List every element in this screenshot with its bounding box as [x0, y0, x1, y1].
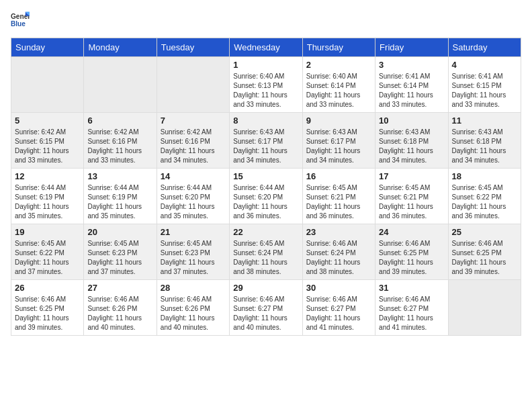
day-info: Sunrise: 6:45 AM Sunset: 6:22 PM Dayligh…	[452, 183, 517, 221]
day-number: 7	[161, 116, 226, 126]
calendar-cell: 19Sunrise: 6:45 AM Sunset: 6:22 PM Dayli…	[11, 224, 84, 280]
day-number: 26	[15, 283, 80, 293]
day-info: Sunrise: 6:41 AM Sunset: 6:14 PM Dayligh…	[379, 72, 444, 109]
calendar-cell: 11Sunrise: 6:43 AM Sunset: 6:18 PM Dayli…	[448, 113, 521, 169]
calendar-cell: 9Sunrise: 6:43 AM Sunset: 6:17 PM Daylig…	[302, 113, 375, 169]
day-number: 16	[306, 171, 371, 181]
day-info: Sunrise: 6:46 AM Sunset: 6:26 PM Dayligh…	[87, 295, 152, 332]
day-number: 10	[379, 116, 444, 126]
calendar-cell	[84, 57, 157, 113]
calendar-cell: 17Sunrise: 6:45 AM Sunset: 6:21 PM Dayli…	[375, 169, 448, 224]
day-info: Sunrise: 6:40 AM Sunset: 6:14 PM Dayligh…	[306, 72, 371, 109]
day-info: Sunrise: 6:42 AM Sunset: 6:16 PM Dayligh…	[161, 128, 226, 165]
calendar-week-row: 19Sunrise: 6:45 AM Sunset: 6:22 PM Dayli…	[11, 224, 521, 280]
calendar-cell: 26Sunrise: 6:46 AM Sunset: 6:25 PM Dayli…	[11, 280, 84, 336]
day-number: 1	[233, 60, 298, 70]
day-of-week-header: Friday	[375, 38, 448, 57]
day-info: Sunrise: 6:46 AM Sunset: 6:25 PM Dayligh…	[379, 239, 444, 277]
calendar-cell	[448, 280, 521, 336]
calendar-week-row: 26Sunrise: 6:46 AM Sunset: 6:25 PM Dayli…	[11, 280, 521, 336]
day-number: 30	[306, 283, 371, 293]
page-header: General Blue	[11, 11, 521, 30]
day-number: 24	[379, 227, 444, 237]
calendar-cell: 21Sunrise: 6:45 AM Sunset: 6:23 PM Dayli…	[157, 224, 229, 280]
day-number: 3	[379, 60, 444, 70]
calendar-cell: 12Sunrise: 6:44 AM Sunset: 6:19 PM Dayli…	[11, 169, 84, 224]
calendar-cell: 14Sunrise: 6:44 AM Sunset: 6:20 PM Dayli…	[157, 169, 229, 224]
day-info: Sunrise: 6:43 AM Sunset: 6:17 PM Dayligh…	[306, 128, 371, 165]
day-info: Sunrise: 6:45 AM Sunset: 6:22 PM Dayligh…	[15, 239, 80, 277]
day-number: 8	[233, 116, 298, 126]
day-info: Sunrise: 6:46 AM Sunset: 6:24 PM Dayligh…	[306, 239, 371, 277]
day-number: 25	[452, 227, 517, 237]
day-number: 15	[233, 171, 298, 181]
day-info: Sunrise: 6:43 AM Sunset: 6:18 PM Dayligh…	[452, 128, 517, 165]
calendar-cell: 29Sunrise: 6:46 AM Sunset: 6:27 PM Dayli…	[230, 280, 302, 336]
day-number: 22	[233, 227, 298, 237]
calendar-cell: 4Sunrise: 6:41 AM Sunset: 6:15 PM Daylig…	[448, 57, 521, 113]
calendar-cell: 20Sunrise: 6:45 AM Sunset: 6:23 PM Dayli…	[84, 224, 157, 280]
day-info: Sunrise: 6:46 AM Sunset: 6:27 PM Dayligh…	[379, 295, 444, 332]
day-info: Sunrise: 6:46 AM Sunset: 6:26 PM Dayligh…	[161, 295, 226, 332]
day-of-week-header: Monday	[84, 38, 157, 57]
calendar-cell: 5Sunrise: 6:42 AM Sunset: 6:15 PM Daylig…	[11, 113, 84, 169]
calendar-cell	[157, 57, 229, 113]
day-number: 12	[15, 171, 80, 181]
calendar-cell: 23Sunrise: 6:46 AM Sunset: 6:24 PM Dayli…	[302, 224, 375, 280]
day-number: 5	[15, 116, 80, 126]
day-info: Sunrise: 6:44 AM Sunset: 6:19 PM Dayligh…	[15, 183, 80, 221]
day-info: Sunrise: 6:42 AM Sunset: 6:16 PM Dayligh…	[87, 128, 152, 165]
day-info: Sunrise: 6:45 AM Sunset: 6:23 PM Dayligh…	[161, 239, 226, 277]
day-info: Sunrise: 6:41 AM Sunset: 6:15 PM Dayligh…	[452, 72, 517, 109]
day-number: 6	[87, 116, 152, 126]
calendar-cell: 3Sunrise: 6:41 AM Sunset: 6:14 PM Daylig…	[375, 57, 448, 113]
calendar-cell: 6Sunrise: 6:42 AM Sunset: 6:16 PM Daylig…	[84, 113, 157, 169]
day-number: 29	[233, 283, 298, 293]
calendar-cell	[11, 57, 84, 113]
day-info: Sunrise: 6:44 AM Sunset: 6:20 PM Dayligh…	[233, 183, 298, 221]
day-info: Sunrise: 6:45 AM Sunset: 6:21 PM Dayligh…	[379, 183, 444, 221]
calendar-cell: 25Sunrise: 6:46 AM Sunset: 6:25 PM Dayli…	[448, 224, 521, 280]
day-info: Sunrise: 6:46 AM Sunset: 6:25 PM Dayligh…	[15, 295, 80, 332]
day-number: 17	[379, 171, 444, 181]
logo-icon: General Blue	[11, 11, 30, 30]
day-number: 20	[87, 227, 152, 237]
calendar-cell: 15Sunrise: 6:44 AM Sunset: 6:20 PM Dayli…	[230, 169, 302, 224]
calendar-cell: 27Sunrise: 6:46 AM Sunset: 6:26 PM Dayli…	[84, 280, 157, 336]
svg-text:Blue: Blue	[11, 20, 26, 28]
calendar-cell: 8Sunrise: 6:43 AM Sunset: 6:17 PM Daylig…	[230, 113, 302, 169]
calendar-cell: 24Sunrise: 6:46 AM Sunset: 6:25 PM Dayli…	[375, 224, 448, 280]
calendar-cell: 31Sunrise: 6:46 AM Sunset: 6:27 PM Dayli…	[375, 280, 448, 336]
calendar-cell: 13Sunrise: 6:44 AM Sunset: 6:19 PM Dayli…	[84, 169, 157, 224]
calendar-week-row: 5Sunrise: 6:42 AM Sunset: 6:15 PM Daylig…	[11, 113, 521, 169]
day-number: 28	[161, 283, 226, 293]
day-info: Sunrise: 6:46 AM Sunset: 6:27 PM Dayligh…	[306, 295, 371, 332]
calendar-cell: 30Sunrise: 6:46 AM Sunset: 6:27 PM Dayli…	[302, 280, 375, 336]
day-info: Sunrise: 6:44 AM Sunset: 6:20 PM Dayligh…	[161, 183, 226, 221]
day-number: 23	[306, 227, 371, 237]
day-info: Sunrise: 6:45 AM Sunset: 6:21 PM Dayligh…	[306, 183, 371, 221]
calendar-cell: 22Sunrise: 6:45 AM Sunset: 6:24 PM Dayli…	[230, 224, 302, 280]
calendar-table: SundayMondayTuesdayWednesdayThursdayFrid…	[11, 38, 521, 336]
calendar-cell: 28Sunrise: 6:46 AM Sunset: 6:26 PM Dayli…	[157, 280, 229, 336]
day-info: Sunrise: 6:45 AM Sunset: 6:24 PM Dayligh…	[233, 239, 298, 277]
day-of-week-header: Sunday	[11, 38, 84, 57]
day-number: 21	[161, 227, 226, 237]
day-info: Sunrise: 6:43 AM Sunset: 6:18 PM Dayligh…	[379, 128, 444, 165]
day-number: 9	[306, 116, 371, 126]
day-number: 31	[379, 283, 444, 293]
calendar-cell: 16Sunrise: 6:45 AM Sunset: 6:21 PM Dayli…	[302, 169, 375, 224]
day-info: Sunrise: 6:46 AM Sunset: 6:27 PM Dayligh…	[233, 295, 298, 332]
day-number: 13	[87, 171, 152, 181]
day-number: 11	[452, 116, 517, 126]
day-number: 14	[161, 171, 226, 181]
day-info: Sunrise: 6:45 AM Sunset: 6:23 PM Dayligh…	[87, 239, 152, 277]
day-info: Sunrise: 6:40 AM Sunset: 6:13 PM Dayligh…	[233, 72, 298, 109]
day-of-week-header: Saturday	[448, 38, 521, 57]
day-info: Sunrise: 6:46 AM Sunset: 6:25 PM Dayligh…	[452, 239, 517, 277]
logo: General Blue	[11, 11, 30, 30]
calendar-week-row: 12Sunrise: 6:44 AM Sunset: 6:19 PM Dayli…	[11, 169, 521, 224]
day-info: Sunrise: 6:42 AM Sunset: 6:15 PM Dayligh…	[15, 128, 80, 165]
calendar-cell: 18Sunrise: 6:45 AM Sunset: 6:22 PM Dayli…	[448, 169, 521, 224]
calendar-cell: 10Sunrise: 6:43 AM Sunset: 6:18 PM Dayli…	[375, 113, 448, 169]
